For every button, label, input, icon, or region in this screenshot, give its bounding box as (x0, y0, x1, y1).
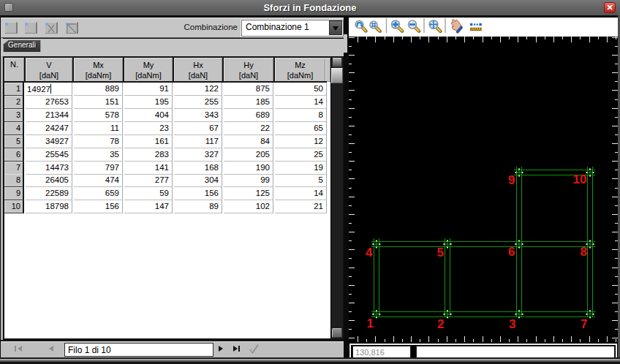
svg-text:10: 10 (573, 172, 587, 186)
svg-text:2: 2 (437, 317, 444, 331)
svg-text:4: 4 (366, 246, 373, 259)
svg-text:7: 7 (581, 317, 587, 331)
svg-text:6: 6 (508, 245, 515, 259)
svg-text:8: 8 (581, 245, 587, 259)
svg-text:1: 1 (367, 316, 374, 330)
svg-text:9: 9 (508, 173, 515, 187)
svg-text:3: 3 (509, 317, 515, 331)
svg-text:5: 5 (437, 246, 444, 259)
